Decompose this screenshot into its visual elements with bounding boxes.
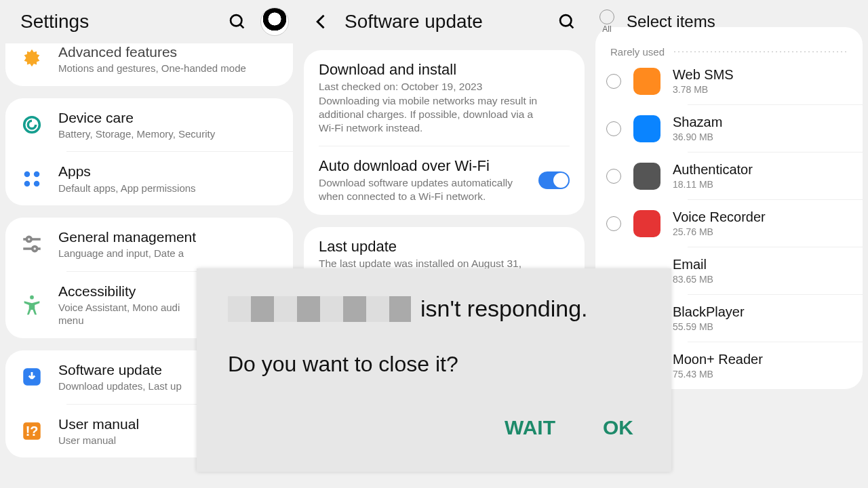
search-icon[interactable] [224,8,251,35]
svg-point-15 [560,15,571,26]
svg-point-4 [34,171,40,176]
anr-question: Do you want to close it? [228,352,640,377]
item-sub: Last checked on: October 19, 2023 Downlo… [319,80,542,135]
app-name: BlackPlayer [673,304,745,320]
svg-point-5 [24,181,31,187]
select-all-checkbox[interactable] [599,9,614,24]
app-row[interactable]: Web SMS3.78 MB [595,58,863,104]
svg-line-1 [240,24,243,28]
anr-suffix: isn't responding. [420,296,588,322]
search-icon[interactable] [553,8,580,35]
item-title: Download and install [319,61,542,79]
user-manual-icon: !? [20,420,43,443]
app-name: Shazam [673,115,722,130]
item-title: Device care [58,109,215,126]
software-update-icon [20,365,43,388]
svg-point-2 [24,117,40,133]
wait-button[interactable]: WAIT [505,416,555,439]
app-size: 83.65 MB [673,274,713,285]
app-name: Moon+ Reader [673,352,763,367]
svg-point-9 [26,237,31,242]
item-sub: Battery, Storage, Memory, Security [58,127,215,141]
svg-point-3 [24,171,31,176]
app-checkbox[interactable] [606,169,621,184]
app-row[interactable]: Authenticator18.11 MB [595,152,863,199]
item-title: Accessibility [58,283,180,300]
anr-dialog: isn't responding. Do you want to close i… [197,268,671,472]
settings-item-advanced-features[interactable]: Advanced featuresMotions and gestures, O… [5,43,293,86]
auto-download-toggle[interactable] [538,171,570,189]
settings-item-apps[interactable]: AppsDefault apps, App permissions [5,152,293,205]
settings-item-device-care[interactable]: Device careBattery, Storage, Memory, Sec… [5,98,293,152]
select-items-title: Select items [627,12,715,31]
software-update-title: Software update [344,11,483,33]
app-row[interactable]: Shazam36.90 MB [595,105,863,152]
app-icon [633,163,660,190]
settings-title: Settings [20,11,89,33]
download-and-install[interactable]: Download and install Last checked on: Oc… [304,50,585,146]
item-title: Last update [319,238,542,256]
ok-button[interactable]: OK [603,416,633,439]
svg-point-0 [231,15,241,26]
apps-icon [20,167,43,190]
item-title: Auto download over Wi-Fi [319,157,538,175]
auto-download-wifi[interactable]: Auto download over Wi-Fi Download softwa… [304,146,585,215]
app-size: 75.43 MB [673,369,763,380]
app-name: Email [673,257,713,272]
item-sub: Download software updates automatically … [319,176,515,203]
app-icon [633,115,660,142]
app-size: 55.59 MB [673,321,745,332]
general-management-icon [20,232,43,256]
rarely-used-label: Rarely used [610,46,665,58]
app-checkbox[interactable] [606,216,621,231]
app-name: Voice Recorder [673,209,766,225]
accessibility-icon [20,293,43,317]
device-care-icon [20,113,43,136]
app-checkbox[interactable] [606,74,621,89]
item-title: General management [58,228,196,245]
app-name: Web SMS [673,67,734,83]
app-name: Authenticator [673,162,753,178]
settings-item-general-management[interactable]: General managementLanguage and input, Da… [5,218,293,271]
item-sub: Default apps, App permissions [58,182,196,195]
profile-avatar[interactable] [260,7,289,36]
svg-point-10 [33,247,37,251]
item-sub: Download updates, Last up [58,380,182,393]
item-title: Software update [58,361,182,378]
app-size: 36.90 MB [673,131,722,142]
item-sub: Voice Assistant, Mono audi menu [58,301,180,327]
advanced-features-icon [20,47,43,70]
app-row[interactable]: Voice Recorder25.76 MB [595,200,863,247]
app-checkbox[interactable] [606,121,621,136]
app-size: 3.78 MB [673,84,734,95]
redacted-app-name [228,296,411,322]
app-icon [633,210,660,237]
app-size: 18.11 MB [673,179,753,190]
app-size: 25.76 MB [673,226,766,237]
item-sub: Motions and gestures, One-handed mode [58,62,246,75]
select-all-label: All [602,24,611,34]
svg-point-6 [34,181,40,187]
app-icon [633,68,660,95]
divider-dots [674,52,848,52]
item-sub: Language and input, Date a [58,247,196,260]
svg-point-11 [30,296,34,300]
item-title: Apps [58,163,196,180]
back-icon[interactable] [308,8,335,35]
svg-text:!?: !? [26,424,39,439]
item-title: User manual [58,415,139,432]
svg-line-16 [570,24,573,28]
item-sub: User manual [58,434,139,447]
item-title: Advanced features [58,43,246,60]
